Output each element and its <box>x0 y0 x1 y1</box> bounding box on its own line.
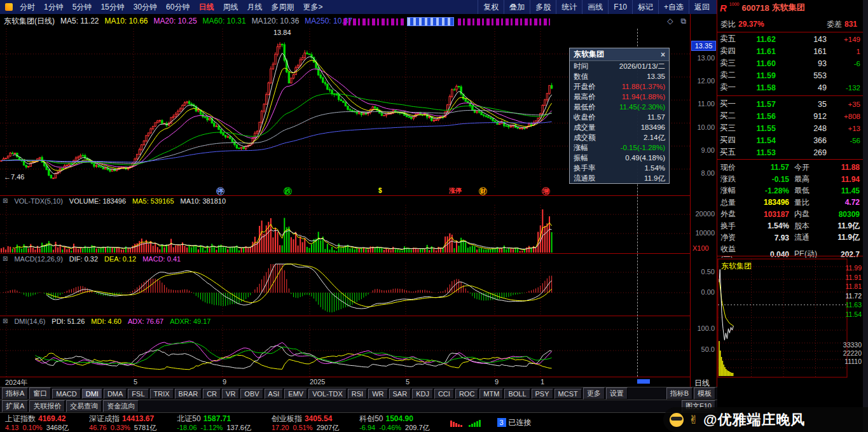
tooltip-row: 最低价11.45(-2.30%) <box>570 102 669 112</box>
indicator-tab-RSI[interactable]: RSI <box>348 389 367 399</box>
indicator-tab-CCI[interactable]: CCI <box>434 389 454 399</box>
book-level-label: 卖一 <box>720 82 743 93</box>
quote-panel: R 1000 600718 东软集团 委比 29.37% 委差 831 卖五11… <box>717 0 863 432</box>
indicator-tab-PSY[interactable]: PSY <box>532 389 553 399</box>
indicator-tab-CR[interactable]: CR <box>203 389 221 399</box>
menu-tool-6[interactable]: F10 <box>608 0 632 14</box>
indicator-tab-ROC[interactable]: ROC <box>455 389 478 399</box>
indicator-tab-FSL[interactable]: FSL <box>128 389 148 399</box>
indicator-tab-DMA[interactable]: DMA <box>104 389 127 399</box>
book-volume: 161 <box>776 47 827 56</box>
menu-tool-7[interactable]: 标记 <box>632 0 658 14</box>
tooltip-value: 13.35 <box>647 71 665 81</box>
index-quote-深证成指[interactable]: 深证成指14413.6746.760.33%5781亿 <box>89 414 160 432</box>
indicator-tab-MTM[interactable]: MTM <box>479 389 503 399</box>
macd-chart[interactable] <box>0 263 690 316</box>
app-grid-icon[interactable] <box>5 3 13 11</box>
indicator-tab-BRAR[interactable]: BRAR <box>175 389 202 399</box>
index-quote-北证50[interactable]: 北证501587.71-18.06-1.12%137.6亿 <box>177 414 255 432</box>
menu-period-4[interactable]: 15分钟 <box>96 0 128 14</box>
indicator-value: ADXR: 49.17 <box>170 317 210 325</box>
menu-period-11[interactable]: 更多> <box>298 0 327 14</box>
menu-period-6[interactable]: 60分钟 <box>162 0 194 14</box>
indicator-switch-icon[interactable]: ⊠ <box>3 317 8 324</box>
function-tab-资金流向[interactable]: 资金流向 <box>103 400 139 412</box>
book-row-卖一[interactable]: 卖一11.5849-132 <box>717 81 863 94</box>
book-row-买五[interactable]: 买五11.53269 <box>717 146 863 158</box>
menu-tool-9[interactable]: 返回 <box>689 0 715 14</box>
stat-row: 外盘103187内盘80309 <box>717 209 863 220</box>
function-tab-扩展A[interactable]: 扩展A <box>2 400 28 412</box>
minichart-price-label: 11.99 <box>846 264 862 272</box>
indicator-tab-WR[interactable]: WR <box>368 389 387 399</box>
close-icon[interactable]: × <box>661 50 665 59</box>
menu-tool-1[interactable]: 复权 <box>478 0 504 14</box>
indicator-tab-MCST[interactable]: MCST <box>555 389 582 399</box>
menu-period-1[interactable]: 分时 <box>15 0 39 14</box>
function-tab-交易查询[interactable]: 交易查询 <box>66 400 102 412</box>
dmi-chart[interactable] <box>0 325 690 377</box>
indicator-switch-icon[interactable]: ⊠ <box>3 255 8 262</box>
weicha-label: 委差 <box>827 19 842 30</box>
indicator-tab-设置[interactable]: 设置 <box>606 387 628 400</box>
menu-period-3[interactable]: 5分钟 <box>68 0 97 14</box>
indicator-tab-VR[interactable]: VR <box>222 389 239 399</box>
index-quote-科创50[interactable]: 科创501504.90-6.94-0.46%209.7亿 <box>359 414 433 432</box>
connection-count-badge[interactable]: 3 <box>497 418 506 427</box>
indicator-tab-OBV[interactable]: OBV <box>240 389 263 399</box>
index-pct: -1.12% <box>201 424 223 431</box>
menu-tool-8[interactable]: +自选 <box>658 0 689 14</box>
menu-period-8[interactable]: 周线 <box>218 0 242 14</box>
book-price: 11.54 <box>743 136 776 145</box>
book-row-买四[interactable]: 买四11.54366-56 <box>717 134 863 146</box>
indicator-tab-DMI[interactable]: DMI <box>82 389 102 399</box>
index-quote-上证指数[interactable]: 上证指数4169.424.130.10%3468亿 <box>5 414 72 432</box>
book-row-卖四[interactable]: 卖四11.611611 <box>717 45 863 57</box>
menu-period-9[interactable]: 月线 <box>242 0 266 14</box>
tooltip-row: 流通股11.9亿 <box>570 173 669 183</box>
indicator-tab-指标A[interactable]: 指标A <box>2 387 28 400</box>
indicator-tab-KDJ[interactable]: KDJ <box>412 389 433 399</box>
tab-指标B[interactable]: 指标B <box>666 387 692 400</box>
tooltip-value: -0.15(-1.28%) <box>621 143 665 153</box>
indicator-tab-SAR[interactable]: SAR <box>389 389 411 399</box>
indicator-tab-ASI[interactable]: ASI <box>265 389 284 399</box>
book-row-卖五[interactable]: 卖五11.62143+149 <box>717 33 863 45</box>
index-value: 3405.54 <box>305 414 332 423</box>
menu-period-5[interactable]: 30分钟 <box>129 0 162 14</box>
menu-tool-3[interactable]: 多股 <box>530 0 556 14</box>
index-pct: 0.51% <box>293 424 312 431</box>
menu-tool-2[interactable]: 叠加 <box>504 0 530 14</box>
book-row-买三[interactable]: 买三11.55248+13 <box>717 122 863 134</box>
book-row-买一[interactable]: 买一11.5735+35 <box>717 98 863 110</box>
menu-period-7[interactable]: 日线 <box>194 0 218 14</box>
indicator-tab-EMV[interactable]: EMV <box>284 389 307 399</box>
book-row-卖二[interactable]: 卖二11.59553 <box>717 69 863 81</box>
function-tab-关联报价[interactable]: 关联报价 <box>29 400 65 412</box>
overlay-highlight <box>407 17 454 26</box>
menu-tool-5[interactable]: 画线 <box>582 0 608 14</box>
indicator-tab-TRIX[interactable]: TRIX <box>150 389 174 399</box>
diamond-icon[interactable]: ◇ <box>667 17 673 25</box>
indicator-tab-BOLL[interactable]: BOLL <box>504 389 530 399</box>
book-volume: 49 <box>776 83 827 92</box>
indicator-tab-更多[interactable]: 更多 <box>583 387 605 400</box>
sunglasses-face-icon <box>670 413 684 427</box>
volume-chart[interactable] <box>0 205 690 253</box>
tooltip-row: 数值13.35 <box>570 71 669 81</box>
intraday-minichart[interactable] <box>717 258 863 382</box>
book-row-买二[interactable]: 买二11.56912+808 <box>717 110 863 122</box>
menu-period-2[interactable]: 1分钟 <box>39 0 68 14</box>
tab-模板[interactable]: 模板 <box>694 387 715 400</box>
index-quote-创业板指[interactable]: 创业板指3405.5417.200.51%2907亿 <box>272 414 343 432</box>
scroll-thumb[interactable] <box>637 379 650 384</box>
menu-period-10[interactable]: 多周期 <box>266 0 298 14</box>
kline-tooltip: 东软集团 × 时间2026/01/13/二数值13.35开盘价11.88(1.3… <box>569 48 670 184</box>
indicator-tab-窗口[interactable]: 窗口 <box>29 387 51 400</box>
book-row-卖三[interactable]: 卖三11.6093-6 <box>717 57 863 69</box>
menu-tool-4[interactable]: 统计 <box>556 0 582 14</box>
popout-icon[interactable]: ⧉ <box>680 17 686 25</box>
indicator-tab-VOL-TDX[interactable]: VOL-TDX <box>308 389 347 399</box>
indicator-switch-icon[interactable]: ⊠ <box>3 197 8 204</box>
indicator-tab-MACD[interactable]: MACD <box>52 389 80 399</box>
